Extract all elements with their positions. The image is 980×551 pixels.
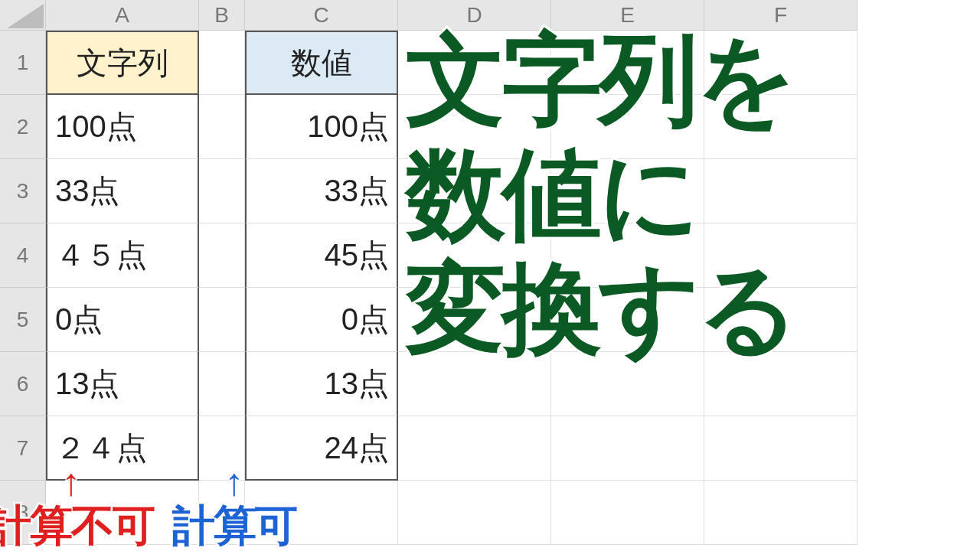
cell-A2[interactable]: 100点 <box>46 95 199 159</box>
cell-C2[interactable]: 100点 <box>245 95 398 159</box>
arrow-up-icon: ↑ <box>62 467 81 497</box>
cell-A1-header[interactable]: 文字列 <box>46 31 199 95</box>
cell-A6[interactable]: 13点 <box>46 352 199 416</box>
cell-C1-header[interactable]: 数値 <box>245 31 398 95</box>
row-header-1[interactable]: 1 <box>0 31 46 95</box>
annotation-cannot-calculate: ↑ 計算不可 <box>0 467 154 551</box>
cell-B3[interactable] <box>199 159 245 223</box>
row-header-5[interactable]: 5 <box>0 288 46 352</box>
row-header-6[interactable]: 6 <box>0 352 46 416</box>
cell-C3[interactable]: 33点 <box>245 159 398 223</box>
annotation-blue-label: 計算可 <box>172 497 296 551</box>
cell-F8[interactable] <box>704 481 858 545</box>
row-header-2[interactable]: 2 <box>0 95 46 159</box>
cell-C4[interactable]: 45点 <box>245 223 398 288</box>
overlay-title: 文字列を 数値に 変換する <box>406 23 796 367</box>
cell-D8[interactable] <box>398 481 551 545</box>
cell-A3[interactable]: 33点 <box>46 159 199 223</box>
arrow-up-icon: ↑ <box>225 467 244 497</box>
cell-A4[interactable]: ４５点 <box>46 223 199 288</box>
cell-E8[interactable] <box>551 481 704 545</box>
cell-F7[interactable] <box>704 416 858 481</box>
annotation-red-label: 計算不可 <box>0 497 154 551</box>
cell-B2[interactable] <box>199 95 245 159</box>
row-header-4[interactable]: 4 <box>0 223 46 288</box>
annotation-can-calculate: ↑ 計算可 <box>172 467 296 551</box>
col-header-A[interactable]: A <box>46 0 199 31</box>
row-header-3[interactable]: 3 <box>0 159 46 223</box>
cell-A5[interactable]: 0点 <box>46 288 199 352</box>
cell-C5[interactable]: 0点 <box>245 288 398 352</box>
cell-B4[interactable] <box>199 223 245 288</box>
col-header-B[interactable]: B <box>199 0 245 31</box>
cell-D7[interactable] <box>398 416 551 481</box>
cell-B5[interactable] <box>199 288 245 352</box>
col-header-C[interactable]: C <box>245 0 398 31</box>
cell-C6[interactable]: 13点 <box>245 352 398 416</box>
select-all-corner[interactable] <box>0 0 46 31</box>
cell-E7[interactable] <box>551 416 704 481</box>
cell-B6[interactable] <box>199 352 245 416</box>
cell-B1[interactable] <box>199 31 245 95</box>
